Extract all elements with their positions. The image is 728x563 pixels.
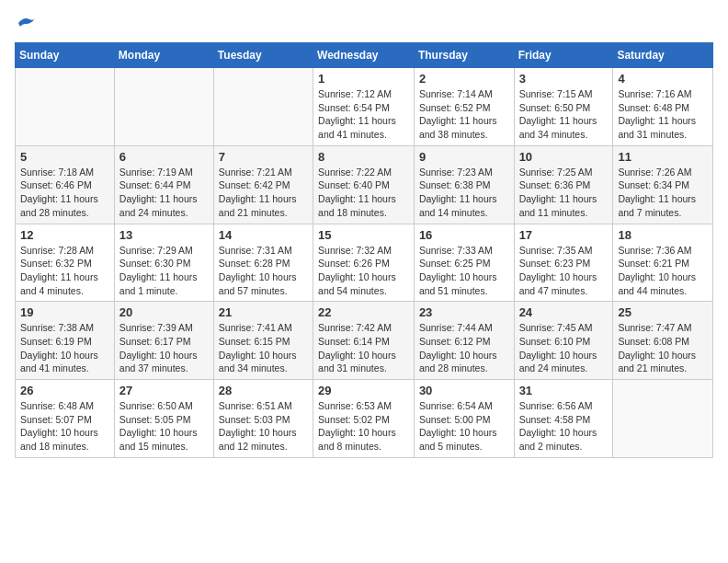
day-number: 28 [219,384,308,397]
day-number: 6 [119,150,209,164]
day-number: 30 [419,384,509,397]
calendar-day-cell: 12Sunrise: 7:28 AM Sunset: 6:32 PM Dayli… [16,224,115,302]
day-number: 31 [519,384,609,397]
calendar-day-cell: 4Sunrise: 7:16 AM Sunset: 6:48 PM Daylig… [613,68,713,146]
day-number: 29 [318,384,409,397]
day-info: Sunrise: 7:41 AM Sunset: 6:15 PM Dayligh… [219,321,308,375]
day-number: 27 [119,384,209,397]
logo-bird-icon [17,15,37,31]
calendar-day-cell [114,68,213,146]
calendar-day-cell: 1Sunrise: 7:12 AM Sunset: 6:54 PM Daylig… [313,68,415,146]
calendar-day-cell: 30Sunrise: 6:54 AM Sunset: 5:00 PM Dayli… [414,380,514,458]
calendar-week-row: 26Sunrise: 6:48 AM Sunset: 5:07 PM Dayli… [16,380,713,458]
day-number: 8 [318,150,409,164]
calendar-day-cell: 25Sunrise: 7:47 AM Sunset: 6:08 PM Dayli… [613,302,713,380]
calendar-day-cell: 28Sunrise: 6:51 AM Sunset: 5:03 PM Dayli… [213,380,313,458]
day-number: 7 [219,150,308,164]
day-info: Sunrise: 6:50 AM Sunset: 5:05 PM Dayligh… [119,399,209,454]
page-header [15,15,713,31]
calendar-week-row: 5Sunrise: 7:18 AM Sunset: 6:46 PM Daylig… [16,145,713,224]
day-number: 22 [318,305,409,319]
day-info: Sunrise: 7:21 AM Sunset: 6:42 PM Dayligh… [219,166,308,220]
day-number: 5 [20,150,109,164]
calendar-week-row: 1Sunrise: 7:12 AM Sunset: 6:54 PM Daylig… [16,68,713,146]
day-info: Sunrise: 6:54 AM Sunset: 5:00 PM Dayligh… [419,399,509,454]
day-info: Sunrise: 7:31 AM Sunset: 6:28 PM Dayligh… [219,244,308,298]
calendar-day-cell: 13Sunrise: 7:29 AM Sunset: 6:30 PM Dayli… [114,224,213,302]
calendar-day-cell: 23Sunrise: 7:44 AM Sunset: 6:12 PM Dayli… [414,302,514,380]
day-info: Sunrise: 7:26 AM Sunset: 6:34 PM Dayligh… [618,166,708,220]
day-number: 2 [419,72,509,86]
calendar-day-cell: 8Sunrise: 7:22 AM Sunset: 6:40 PM Daylig… [313,145,415,224]
day-info: Sunrise: 7:36 AM Sunset: 6:21 PM Dayligh… [618,244,708,298]
calendar-header-monday: Monday [114,43,213,68]
calendar-day-cell: 9Sunrise: 7:23 AM Sunset: 6:38 PM Daylig… [414,145,514,224]
day-number: 16 [419,228,509,242]
calendar-day-cell: 20Sunrise: 7:39 AM Sunset: 6:17 PM Dayli… [114,302,213,380]
day-number: 25 [618,305,708,319]
day-number: 19 [20,305,109,319]
calendar-day-cell: 31Sunrise: 6:56 AM Sunset: 4:58 PM Dayli… [514,380,613,458]
calendar-day-cell: 16Sunrise: 7:33 AM Sunset: 6:25 PM Dayli… [414,224,514,302]
day-info: Sunrise: 7:28 AM Sunset: 6:32 PM Dayligh… [20,244,109,298]
day-info: Sunrise: 7:45 AM Sunset: 6:10 PM Dayligh… [519,321,609,375]
day-info: Sunrise: 6:48 AM Sunset: 5:07 PM Dayligh… [20,399,109,454]
day-number: 3 [519,72,609,86]
calendar-week-row: 19Sunrise: 7:38 AM Sunset: 6:19 PM Dayli… [16,302,713,380]
calendar-day-cell: 5Sunrise: 7:18 AM Sunset: 6:46 PM Daylig… [16,145,115,224]
day-number: 24 [519,305,609,319]
calendar-header-saturday: Saturday [613,43,713,68]
calendar-day-cell: 11Sunrise: 7:26 AM Sunset: 6:34 PM Dayli… [613,145,713,224]
day-info: Sunrise: 7:33 AM Sunset: 6:25 PM Dayligh… [419,244,509,298]
day-number: 12 [20,228,109,242]
day-info: Sunrise: 7:19 AM Sunset: 6:44 PM Dayligh… [119,166,209,220]
day-info: Sunrise: 7:12 AM Sunset: 6:54 PM Dayligh… [318,87,409,142]
day-number: 21 [219,305,308,319]
day-number: 10 [519,150,609,164]
calendar-day-cell [213,68,313,146]
day-info: Sunrise: 7:38 AM Sunset: 6:19 PM Dayligh… [20,321,109,375]
calendar-header-row: SundayMondayTuesdayWednesdayThursdayFrid… [16,43,713,68]
day-info: Sunrise: 7:29 AM Sunset: 6:30 PM Dayligh… [119,244,209,298]
calendar-day-cell [16,68,115,146]
calendar-day-cell: 2Sunrise: 7:14 AM Sunset: 6:52 PM Daylig… [414,68,514,146]
day-info: Sunrise: 7:35 AM Sunset: 6:23 PM Dayligh… [519,244,609,298]
day-info: Sunrise: 6:53 AM Sunset: 5:02 PM Dayligh… [318,399,409,454]
day-number: 23 [419,305,509,319]
calendar-day-cell: 26Sunrise: 6:48 AM Sunset: 5:07 PM Dayli… [16,380,115,458]
calendar-day-cell: 29Sunrise: 6:53 AM Sunset: 5:02 PM Dayli… [313,380,415,458]
day-number: 1 [318,72,409,86]
calendar-day-cell: 27Sunrise: 6:50 AM Sunset: 5:05 PM Dayli… [114,380,213,458]
day-number: 14 [219,228,308,242]
day-number: 15 [318,228,409,242]
calendar-day-cell: 21Sunrise: 7:41 AM Sunset: 6:15 PM Dayli… [213,302,313,380]
day-info: Sunrise: 7:25 AM Sunset: 6:36 PM Dayligh… [519,166,609,220]
calendar-day-cell [613,380,713,458]
day-info: Sunrise: 7:15 AM Sunset: 6:50 PM Dayligh… [519,87,609,142]
day-number: 26 [20,384,109,397]
day-number: 11 [618,150,708,164]
calendar-day-cell: 14Sunrise: 7:31 AM Sunset: 6:28 PM Dayli… [213,224,313,302]
day-number: 13 [119,228,209,242]
calendar-header-sunday: Sunday [16,43,115,68]
calendar-week-row: 12Sunrise: 7:28 AM Sunset: 6:32 PM Dayli… [16,224,713,302]
calendar-day-cell: 15Sunrise: 7:32 AM Sunset: 6:26 PM Dayli… [313,224,415,302]
day-info: Sunrise: 7:22 AM Sunset: 6:40 PM Dayligh… [318,166,409,220]
calendar-day-cell: 10Sunrise: 7:25 AM Sunset: 6:36 PM Dayli… [514,145,613,224]
day-info: Sunrise: 7:16 AM Sunset: 6:48 PM Dayligh… [618,87,708,142]
day-info: Sunrise: 7:23 AM Sunset: 6:38 PM Dayligh… [419,166,509,220]
day-number: 17 [519,228,609,242]
calendar-day-cell: 7Sunrise: 7:21 AM Sunset: 6:42 PM Daylig… [213,145,313,224]
day-info: Sunrise: 7:47 AM Sunset: 6:08 PM Dayligh… [618,321,708,375]
day-info: Sunrise: 6:56 AM Sunset: 4:58 PM Dayligh… [519,399,609,454]
calendar-header-friday: Friday [514,43,613,68]
day-info: Sunrise: 7:42 AM Sunset: 6:14 PM Dayligh… [318,321,409,375]
calendar-day-cell: 24Sunrise: 7:45 AM Sunset: 6:10 PM Dayli… [514,302,613,380]
day-number: 9 [419,150,509,164]
day-info: Sunrise: 7:32 AM Sunset: 6:26 PM Dayligh… [318,244,409,298]
calendar-header-wednesday: Wednesday [313,43,415,68]
day-number: 18 [618,228,708,242]
day-info: Sunrise: 7:44 AM Sunset: 6:12 PM Dayligh… [419,321,509,375]
calendar-day-cell: 6Sunrise: 7:19 AM Sunset: 6:44 PM Daylig… [114,145,213,224]
calendar-day-cell: 19Sunrise: 7:38 AM Sunset: 6:19 PM Dayli… [16,302,115,380]
